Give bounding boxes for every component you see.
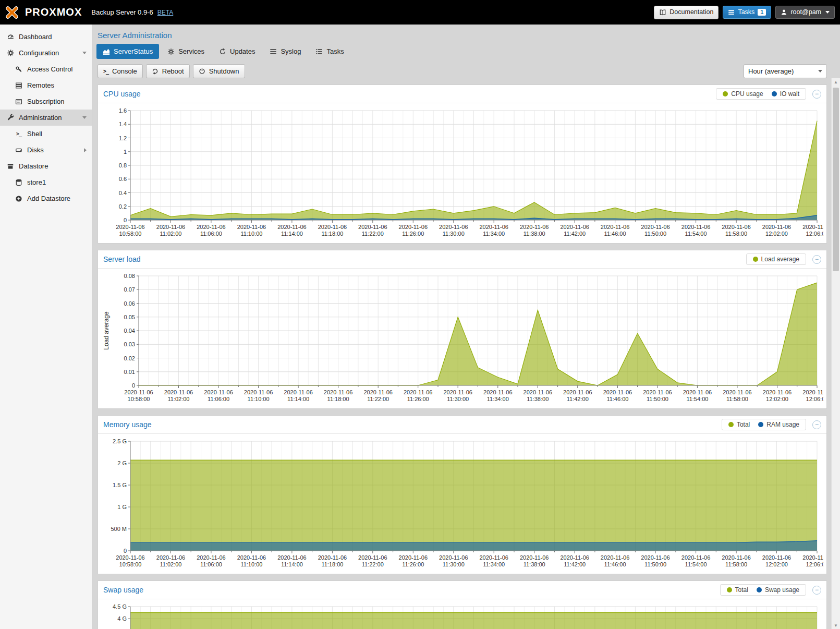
refresh-icon: [219, 48, 226, 55]
sidebar-item-datastore[interactable]: Datastore: [0, 158, 92, 174]
gear-icon: [167, 48, 175, 55]
svg-text:2.5 G: 2.5 G: [113, 438, 127, 444]
shutdown-button[interactable]: Shutdown: [193, 64, 245, 78]
tab-bar: ServerStatus Services Updates: [92, 44, 831, 59]
svg-text:2020-11-06: 2020-11-06: [318, 224, 347, 230]
svg-text:0.8: 0.8: [119, 162, 127, 168]
user-menu-button[interactable]: root@pam: [775, 6, 835, 19]
svg-text:10:58:00: 10:58:00: [119, 231, 142, 237]
svg-text:2020-11-06: 2020-11-06: [156, 224, 185, 230]
vertical-scrollbar[interactable]: ▲ ▼: [831, 78, 840, 629]
svg-text:11:02:00: 11:02:00: [167, 396, 189, 402]
legend: Load average: [746, 253, 806, 265]
svg-text:11:42:00: 11:42:00: [564, 561, 586, 567]
legend-dot: [753, 257, 758, 262]
svg-text:4.5 G: 4.5 G: [113, 603, 127, 610]
tab-serverstatus[interactable]: ServerStatus: [96, 44, 159, 59]
collapse-panel-icon[interactable]: −: [812, 420, 821, 429]
panel-title: CPU usage: [103, 90, 141, 98]
svg-text:11:58:00: 11:58:00: [725, 231, 747, 237]
sidebar-item-access-control[interactable]: Access Control: [0, 61, 92, 77]
svg-text:11:22:00: 11:22:00: [367, 396, 389, 402]
tab-services[interactable]: Services: [161, 44, 211, 59]
svg-text:0.08: 0.08: [124, 273, 135, 279]
svg-text:2020-11-06: 2020-11-06: [560, 224, 589, 230]
collapse-panel-icon[interactable]: −: [812, 255, 821, 264]
chevron-down-icon[interactable]: [82, 52, 87, 54]
legend-dot: [772, 91, 777, 96]
svg-text:11:14:00: 11:14:00: [287, 396, 309, 402]
panel-title: Swap usage: [103, 586, 143, 594]
tab-syslog[interactable]: Syslog: [263, 44, 307, 59]
svg-text:2020-11-06: 2020-11-06: [681, 224, 710, 230]
svg-text:10:58:00: 10:58:00: [128, 396, 150, 402]
chevron-down-icon[interactable]: [82, 116, 87, 119]
task-list-icon: [315, 48, 323, 55]
chevron-right-icon[interactable]: [84, 148, 87, 152]
sidebar-item-shell[interactable]: >_ Shell: [0, 126, 92, 142]
sidebar-item-subscription[interactable]: Subscription: [0, 93, 92, 110]
svg-text:1.4: 1.4: [119, 121, 127, 127]
legend: Total RAM usage: [722, 419, 806, 430]
svg-text:2020-11-06: 2020-11-06: [601, 224, 629, 230]
svg-text:2020-11-06: 2020-11-06: [318, 554, 347, 561]
svg-text:2020-11-06: 2020-11-06: [762, 554, 791, 561]
toolbar: >_ Console Reboot Shutdown Hour (average…: [92, 59, 831, 84]
main-content: Server Administration ServerStatus Servi…: [92, 25, 831, 629]
svg-text:2020-11-06: 2020-11-06: [404, 389, 432, 395]
svg-text:2020-11-06: 2020-11-06: [439, 554, 468, 561]
svg-text:11:02:00: 11:02:00: [160, 231, 181, 237]
documentation-button[interactable]: Documentation: [654, 6, 719, 19]
svg-text:0.07: 0.07: [124, 286, 135, 293]
gear-icon: [5, 49, 16, 57]
tab-updates[interactable]: Updates: [213, 44, 261, 59]
sidebar-item-store1[interactable]: store1: [0, 174, 92, 190]
svg-text:11:10:00: 11:10:00: [248, 396, 270, 402]
sidebar-item-dashboard[interactable]: Dashboard: [0, 29, 92, 45]
svg-text:2020-11-06: 2020-11-06: [641, 224, 669, 230]
tasks-button[interactable]: Tasks 1: [723, 6, 771, 19]
tab-tasks[interactable]: Tasks: [309, 44, 350, 59]
svg-text:11:18:00: 11:18:00: [321, 561, 343, 567]
panel-title: Server load: [103, 255, 141, 263]
svg-text:11:42:00: 11:42:00: [564, 231, 586, 237]
svg-text:11:02:00: 11:02:00: [160, 561, 181, 567]
swap-usage-chart: 0500 M1 G1.5 G2 G2.5 G3 G3.5 G4 G4.5 G20…: [100, 601, 823, 629]
svg-text:12:02:00: 12:02:00: [765, 561, 788, 567]
legend: CPU usage IO wait: [716, 88, 806, 100]
sidebar-item-disks[interactable]: Disks: [0, 142, 92, 158]
legend-dot: [757, 587, 762, 592]
svg-text:0.01: 0.01: [124, 369, 135, 375]
key-icon: [14, 66, 24, 73]
collapse-panel-icon[interactable]: −: [812, 586, 821, 595]
svg-text:2020-11-06: 2020-11-06: [439, 224, 468, 230]
sidebar-item-administration[interactable]: Administration: [0, 110, 92, 126]
svg-text:2020-11-06: 2020-11-06: [520, 224, 549, 230]
sidebar-item-add-datastore[interactable]: Add Datastore: [0, 190, 92, 207]
scroll-down-icon[interactable]: ▼: [832, 622, 840, 629]
reboot-button[interactable]: Reboot: [146, 64, 190, 78]
collapse-panel-icon[interactable]: −: [812, 90, 821, 99]
sidebar-item-remotes[interactable]: Remotes: [0, 77, 92, 93]
svg-text:1.5 G: 1.5 G: [113, 482, 127, 488]
cpu-usage-chart: 00.20.40.60.811.21.41.62020-11-0610:58:0…: [100, 105, 823, 241]
timeframe-select[interactable]: Hour (average): [744, 64, 827, 78]
svg-text:11:50:00: 11:50:00: [647, 396, 668, 402]
legend-dot: [728, 422, 734, 427]
reboot-icon: [152, 68, 159, 75]
svg-text:2020-11-06: 2020-11-06: [560, 554, 589, 561]
svg-text:2020-11-06: 2020-11-06: [116, 224, 144, 230]
svg-text:2020-11-06: 2020-11-06: [479, 224, 508, 230]
svg-text:500 M: 500 M: [111, 526, 127, 532]
svg-text:2020-11-06: 2020-11-06: [358, 224, 387, 230]
svg-text:0: 0: [132, 382, 135, 389]
svg-text:2020-11-06: 2020-11-06: [763, 389, 792, 395]
beta-link[interactable]: BETA: [157, 9, 173, 16]
scroll-up-icon[interactable]: ▲: [832, 78, 840, 86]
console-button[interactable]: >_ Console: [98, 64, 143, 78]
svg-text:1 G: 1 G: [117, 504, 127, 510]
sidebar-item-configuration[interactable]: Configuration: [0, 45, 92, 61]
scrollbar-thumb[interactable]: [833, 88, 839, 271]
legend-dot: [723, 91, 728, 96]
area-chart-icon: [103, 48, 110, 55]
